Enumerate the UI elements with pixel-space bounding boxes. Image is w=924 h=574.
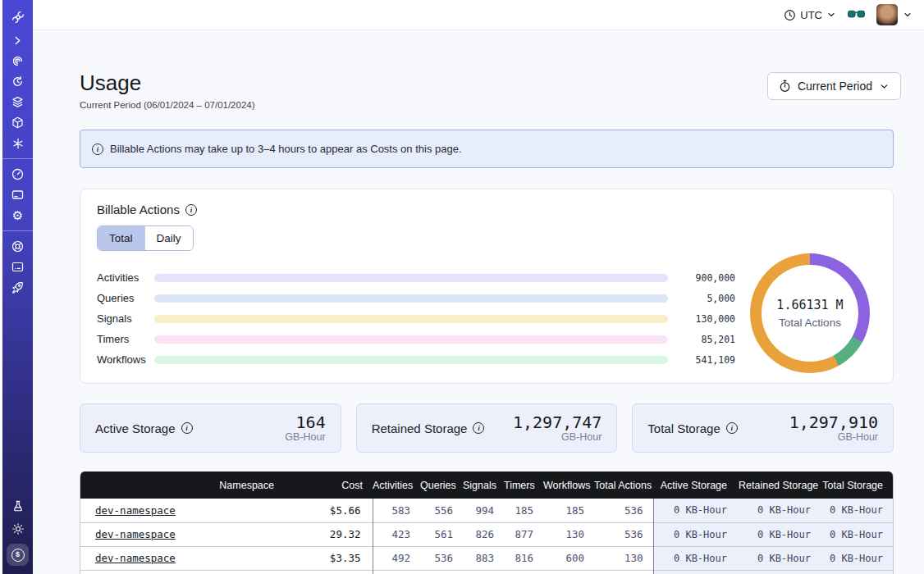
total-storage-cell: 0 KB-Hour: [822, 546, 894, 570]
table-row: dev-namespace 29.32 423 561 826 877 130 …: [80, 522, 894, 546]
dollar-coin-glyph: $: [11, 549, 25, 562]
billable-tab-group: Total Daily: [97, 226, 194, 251]
bar-value: 85,201: [676, 334, 735, 345]
cost-cell: $3.35: [286, 546, 373, 570]
activities-cell: 492: [373, 546, 420, 570]
bar-value: 900,000: [676, 272, 735, 284]
temporal-logo-icon[interactable]: [5, 7, 30, 27]
namespace-usage-table: NamespaceCostActivitiesQueriesSignalsTim…: [80, 472, 894, 574]
table-column-header[interactable]: Active Storage: [653, 472, 739, 499]
usage-dollar-icon[interactable]: $: [7, 544, 29, 566]
timezone-label: UTC: [800, 9, 822, 21]
chevron-down-icon: [879, 81, 890, 92]
bar-label: Workflows: [97, 353, 154, 366]
sidebar: ⚙ $: [2, 0, 33, 574]
table-column-header[interactable]: Cost: [286, 472, 373, 499]
schedules-clock-icon[interactable]: [5, 71, 30, 92]
current-period-button[interactable]: Current Period: [767, 72, 901, 100]
main-content: Usage Current Period (06/01/2024 – 07/01…: [33, 31, 924, 574]
gauge-icon[interactable]: [5, 164, 30, 184]
bar-row: Timers 85,201: [97, 329, 735, 349]
activities-cell: 583: [373, 499, 420, 522]
total-storage-cell: 0 KB-Hour: [822, 499, 894, 522]
table-column-header[interactable]: Namespace: [80, 472, 286, 499]
bar-track: [154, 335, 668, 344]
storage-card-value: 1,297,747: [513, 413, 602, 431]
namespace-link[interactable]: dev-namespace: [95, 528, 176, 540]
terminal-icon[interactable]: [5, 257, 30, 277]
info-icon: i: [92, 144, 103, 155]
cost-cell: 29.32: [286, 522, 373, 546]
storage-card-unit: GB-Hour: [513, 431, 602, 443]
table-column-header[interactable]: Signals: [463, 472, 504, 499]
gear-icon[interactable]: ⚙: [5, 205, 30, 226]
billing-card-icon[interactable]: [5, 184, 30, 205]
active-storage-cell: 0 KB-Hour: [653, 522, 739, 546]
total-storage-cell: 0 KB-Hour: [822, 522, 894, 546]
total-actions-cell: 130: [594, 546, 653, 570]
table-column-header[interactable]: Timers: [504, 472, 543, 499]
cube-icon[interactable]: [5, 112, 30, 133]
timezone-selector[interactable]: UTC: [784, 9, 836, 21]
signals-cell: 994: [463, 499, 504, 522]
queries-cell: 536: [420, 546, 463, 570]
user-menu[interactable]: [876, 4, 913, 25]
queries-cell: 561: [420, 522, 463, 546]
table-row-partial: [80, 570, 894, 574]
bar-track: [154, 274, 668, 282]
bar-track: [154, 356, 668, 364]
signals-cell: 883: [463, 546, 504, 570]
table-column-header[interactable]: Retained Storage: [739, 472, 822, 499]
timers-cell: 877: [504, 522, 543, 546]
info-banner: i Billable Actions may take up to 3–4 ho…: [80, 130, 894, 168]
period-button-label: Current Period: [798, 80, 872, 93]
namespace-link[interactable]: dev-namespace: [95, 552, 176, 564]
chevron-right-icon[interactable]: [5, 30, 30, 51]
bar-row: Queries 5,000: [97, 288, 735, 308]
flask-icon[interactable]: [5, 495, 30, 516]
sun-icon[interactable]: [5, 518, 30, 539]
retained-storage-cell: 0 KB-Hour: [739, 546, 822, 570]
glasses-icon[interactable]: [848, 10, 865, 20]
tab-daily[interactable]: Daily: [144, 226, 193, 250]
storage-card: Active Storage i 164 GB-Hour: [80, 403, 341, 453]
page-title: Usage: [80, 71, 141, 96]
table-column-header[interactable]: Total Actions: [594, 472, 653, 499]
storage-card-label: Total Storage i: [647, 421, 737, 435]
storage-card-unit: GB-Hour: [789, 431, 878, 443]
info-icon[interactable]: i: [726, 422, 738, 434]
table-column-header[interactable]: Activities: [373, 472, 420, 499]
storage-card-label: Retained Storage i: [372, 421, 485, 435]
info-icon[interactable]: i: [185, 204, 197, 216]
retained-storage-cell: 0 KB-Hour: [739, 499, 822, 522]
user-avatar: [876, 4, 898, 25]
storage-card-unit: GB-Hour: [285, 431, 325, 443]
storage-card-value: 164: [285, 413, 325, 431]
lifebuoy-icon[interactable]: [5, 236, 30, 257]
layers-icon[interactable]: [5, 92, 30, 112]
namespace-spiral-icon[interactable]: [5, 51, 30, 71]
namespace-link[interactable]: dev-namespace: [95, 504, 176, 517]
topbar: UTC: [33, 0, 924, 30]
rocket-icon[interactable]: [5, 277, 30, 298]
bar-label: Activities: [97, 271, 154, 284]
info-icon[interactable]: i: [181, 422, 193, 434]
info-icon[interactable]: i: [473, 422, 484, 434]
table-column-header[interactable]: Queries: [420, 472, 463, 499]
asterisk-icon[interactable]: [5, 133, 30, 153]
stopwatch-icon: [779, 80, 791, 93]
sidebar-divider: [2, 230, 33, 231]
bar-row: Workflows 541,109: [97, 349, 735, 370]
activities-cell: 423: [373, 522, 420, 546]
tab-total[interactable]: Total: [98, 226, 144, 250]
total-actions-cell: 536: [594, 499, 653, 522]
table-column-header[interactable]: Total Storage: [822, 472, 894, 499]
donut-center: 1.66131 M Total Actions: [750, 253, 870, 373]
banner-text: Billable Actions may take up to 3–4 hour…: [110, 143, 462, 155]
donut-total-label: Total Actions: [779, 317, 841, 329]
table-column-header[interactable]: Workflows: [543, 472, 594, 499]
storage-summary-row: Active Storage i 164 GB-Hour Retained St…: [80, 403, 894, 453]
total-actions-cell: 536: [594, 522, 653, 546]
table-row: dev-namespace $5.66 583 556 994 185 185 …: [80, 499, 894, 522]
signals-cell: 826: [463, 522, 504, 546]
